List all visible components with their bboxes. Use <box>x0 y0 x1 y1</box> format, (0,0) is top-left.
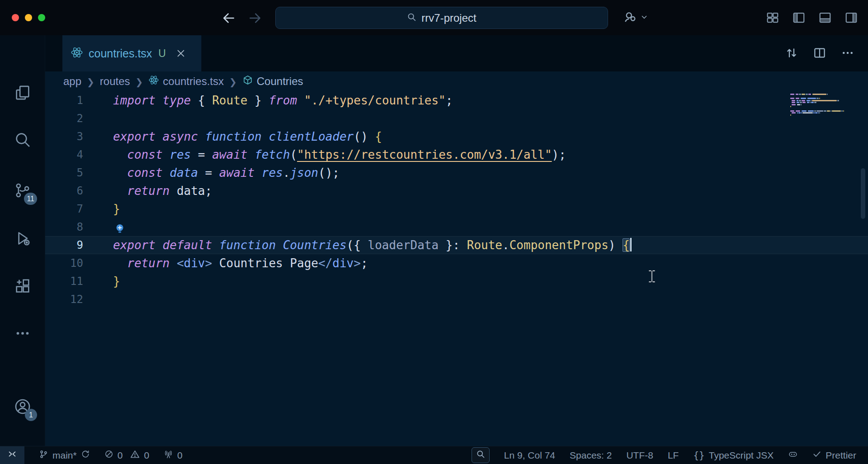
chevron-right-icon: ❯ <box>87 76 94 87</box>
magnifier-icon <box>476 450 485 461</box>
code-token: loaderData <box>368 238 439 252</box>
line-number[interactable]: 6 <box>45 182 83 200</box>
encoding-status[interactable]: UTF-8 <box>626 450 653 461</box>
line-number[interactable]: 7 <box>45 200 83 218</box>
eol-status[interactable]: LF <box>668 450 679 461</box>
command-center-search[interactable]: rrv7-project <box>275 7 608 29</box>
code-token: } <box>247 94 269 107</box>
warning-icon <box>130 450 140 461</box>
copilot-status[interactable] <box>788 449 798 461</box>
toggle-primary-sidebar-icon[interactable] <box>792 11 806 24</box>
code-token: div <box>184 256 205 270</box>
line-number[interactable]: 3 <box>45 128 83 146</box>
code-token: const <box>127 166 162 180</box>
more-actions-icon[interactable] <box>841 46 854 62</box>
line-number[interactable]: 4 <box>45 146 83 164</box>
toggle-secondary-sidebar-icon[interactable] <box>844 11 858 24</box>
code-line[interactable]: 11} <box>45 272 868 290</box>
code-token: ( <box>290 148 297 161</box>
code-token: { <box>623 238 630 252</box>
code-line[interactable]: 3export async function clientLoader() { <box>45 128 868 146</box>
code-line[interactable]: 5 const data = await res.json(); <box>45 164 868 182</box>
code-line[interactable]: 7} <box>45 200 868 218</box>
sidebar-item-explorer[interactable] <box>12 83 33 104</box>
code-lines: 1import type { Route } from "./+types/co… <box>45 91 868 308</box>
sidebar-item-extensions[interactable] <box>12 276 33 298</box>
breadcrumb-item-routes[interactable]: routes <box>100 75 130 88</box>
sidebar-item-source-control[interactable]: 11 <box>12 180 33 202</box>
code-line[interactable]: 8 <box>45 218 868 236</box>
profile-icon[interactable] <box>623 10 637 26</box>
forward-icon[interactable] <box>248 11 262 25</box>
formatter-status[interactable]: Prettier <box>812 450 856 461</box>
customize-layout-icon[interactable] <box>766 11 779 24</box>
code-token: } <box>113 275 120 288</box>
code-line[interactable]: 12 <box>45 290 868 308</box>
code-token: clientLoader <box>269 130 354 143</box>
breadcrumb-item-file[interactable]: countries.tsx <box>148 75 224 88</box>
lightbulb-suggestion-icon[interactable] <box>115 220 125 238</box>
git-branch-status[interactable]: main* <box>39 450 90 461</box>
breadcrumb-item-app[interactable]: app <box>63 75 81 88</box>
code-token: res <box>262 166 283 180</box>
open-changes-icon[interactable] <box>785 46 798 62</box>
code-token: "https://restcountries.com/v3.1/all" <box>297 148 552 161</box>
scrollbar[interactable] <box>861 168 865 219</box>
copilot-icon <box>788 449 798 461</box>
code-token: > <box>354 256 361 270</box>
line-number[interactable]: 11 <box>45 272 83 290</box>
code-token <box>113 184 127 198</box>
code-token: ) <box>609 238 623 252</box>
close-tab-icon[interactable] <box>176 48 186 58</box>
code-token: Route <box>212 94 247 107</box>
back-icon[interactable] <box>222 11 236 25</box>
code-token: from <box>269 94 297 107</box>
code-line[interactable]: 2 <box>45 109 868 128</box>
problems-status[interactable]: 0 0 <box>104 450 149 461</box>
tab-countries-tsx[interactable]: countries.tsx U <box>62 35 202 71</box>
sidebar-item-accounts[interactable]: 1 <box>12 397 33 418</box>
search-text: rrv7-project <box>421 12 476 24</box>
sidebar-item-additional-views[interactable] <box>12 323 33 345</box>
editor-group: countries.tsx U app ❯ routes ❯ <box>45 35 868 446</box>
zoom-indicator[interactable] <box>472 447 490 463</box>
code-line[interactable]: 10 return <div> Countries Page</div>; <box>45 254 868 272</box>
sidebar-item-search[interactable] <box>12 130 33 152</box>
window-controls <box>12 14 45 21</box>
code-token <box>113 166 127 180</box>
code-line[interactable]: 9export default function Countries({ loa… <box>45 236 868 254</box>
breadcrumb-item-symbol[interactable]: Countries <box>242 75 303 88</box>
chevron-right-icon: ❯ <box>136 76 143 87</box>
run-debug-icon <box>14 229 32 249</box>
code-token: Route <box>467 238 502 252</box>
code-token: async <box>163 130 198 143</box>
code-editor[interactable]: 1import type { Route } from "./+types/co… <box>45 91 868 446</box>
zoom-window-button[interactable] <box>38 14 45 21</box>
language-mode-status[interactable]: {} TypeScript JSX <box>693 450 774 461</box>
indentation-status[interactable]: Spaces: 2 <box>570 450 612 461</box>
cursor-position-status[interactable]: Ln 9, Col 74 <box>504 450 555 461</box>
line-number[interactable]: 5 <box>45 164 83 182</box>
code-token <box>156 130 163 143</box>
code-line[interactable]: 6 return data; <box>45 182 868 200</box>
code-token: default <box>163 238 212 252</box>
code-token: return <box>127 184 170 198</box>
ports-status[interactable]: 0 <box>164 450 183 461</box>
line-number[interactable]: 2 <box>45 109 83 128</box>
code-line[interactable]: 4 const res = await fetch("https://restc… <box>45 146 868 164</box>
minimize-window-button[interactable] <box>25 14 32 21</box>
line-number[interactable]: 12 <box>45 290 83 308</box>
split-editor-icon[interactable] <box>813 46 826 62</box>
line-number[interactable]: 8 <box>45 218 83 236</box>
line-number[interactable]: 1 <box>45 91 83 109</box>
breadcrumb: app ❯ routes ❯ countries.tsx ❯ Countries <box>45 71 868 91</box>
line-number[interactable]: 9 <box>45 236 83 254</box>
sidebar-item-run-debug[interactable] <box>12 228 33 250</box>
code-line[interactable]: 1import type { Route } from "./+types/co… <box>45 91 868 109</box>
close-window-button[interactable] <box>12 14 19 21</box>
minimap[interactable] <box>790 93 844 118</box>
chevron-down-icon[interactable] <box>640 13 648 23</box>
toggle-panel-icon[interactable] <box>818 11 832 24</box>
line-number[interactable]: 10 <box>45 254 83 272</box>
remote-indicator[interactable] <box>0 446 24 464</box>
